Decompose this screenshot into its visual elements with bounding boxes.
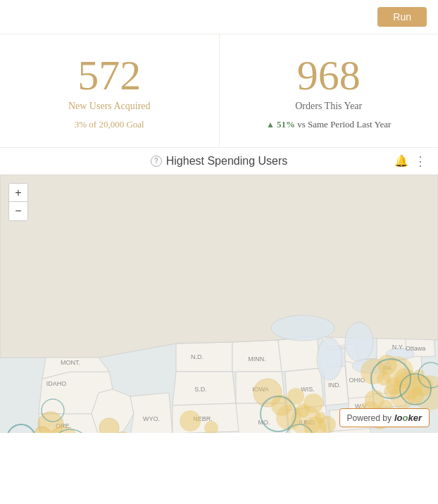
svg-text:MONT.: MONT. [61,359,80,366]
svg-point-138 [287,388,304,405]
info-icon[interactable]: ? [151,156,162,167]
kpi-label-users: New Users Acquired [14,101,205,112]
map-svg: ORE. IDAHO MONT. N.D. S.D. NEBR. KANS. M… [0,175,438,433]
svg-text:Ottawa: Ottawa [406,345,426,352]
svg-point-131 [180,410,201,431]
svg-text:S.D.: S.D. [194,386,207,393]
svg-point-47 [271,315,334,341]
run-button[interactable]: Run [377,7,427,27]
trend-pct: 51% [277,119,295,130]
kpi-row: 572 New Users Acquired 3% of 20,000 Goal… [0,34,438,148]
kpi-number-orders: 968 [234,54,425,96]
zoom-controls: + − [8,183,28,221]
more-button[interactable]: ⋮ [414,155,427,168]
svg-text:IDAHO: IDAHO [46,380,67,387]
map-header: ? Highest Spending Users 🔔 ⋮ [0,148,438,175]
zoom-in-button[interactable]: + [9,184,27,202]
svg-marker-8 [130,393,173,433]
svg-marker-13 [176,342,232,372]
svg-text:WIS.: WIS. [301,386,315,393]
trend-text: vs Same Period Last Year [297,119,391,130]
kpi-sub-users: 3% of 20,000 Goal [14,119,205,130]
svg-text:N.D.: N.D. [191,353,204,360]
zoom-out-button[interactable]: − [9,202,27,220]
map-title: Highest Spending Users [166,155,288,168]
svg-point-182 [384,384,398,398]
kpi-card-users: 572 New Users Acquired 3% of 20,000 Goal [0,34,220,147]
trend-arrow: ▲ [266,120,277,130]
map-container: ORE. IDAHO MONT. N.D. S.D. NEBR. KANS. M… [0,175,438,433]
header: Run [0,0,438,34]
map-actions: 🔔 ⋮ [394,155,427,168]
powered-by-text: Powered by [347,413,392,423]
svg-text:N.Y.: N.Y. [392,344,403,351]
svg-text:WYO.: WYO. [143,415,160,422]
svg-marker-24 [278,336,320,372]
svg-point-145 [319,416,336,433]
map-section: ? Highest Spending Users 🔔 ⋮ [0,148,438,433]
svg-marker-45 [0,175,438,358]
alert-button[interactable]: 🔔 [394,156,408,167]
kpi-trend-orders: ▲ 51% vs Same Period Last Year [234,119,425,130]
kpi-number-users: 572 [14,54,205,96]
svg-text:IND.: IND. [328,382,341,389]
kpi-label-orders: Orders This Year [234,101,425,112]
svg-point-46 [317,338,342,380]
svg-text:MINN.: MINN. [248,355,266,363]
svg-point-48 [345,322,373,362]
powered-by: Powered by looker [339,408,430,427]
kpi-card-orders: 968 Orders This Year ▲ 51% vs Same Perio… [220,34,439,147]
looker-logo: looker [394,412,422,423]
